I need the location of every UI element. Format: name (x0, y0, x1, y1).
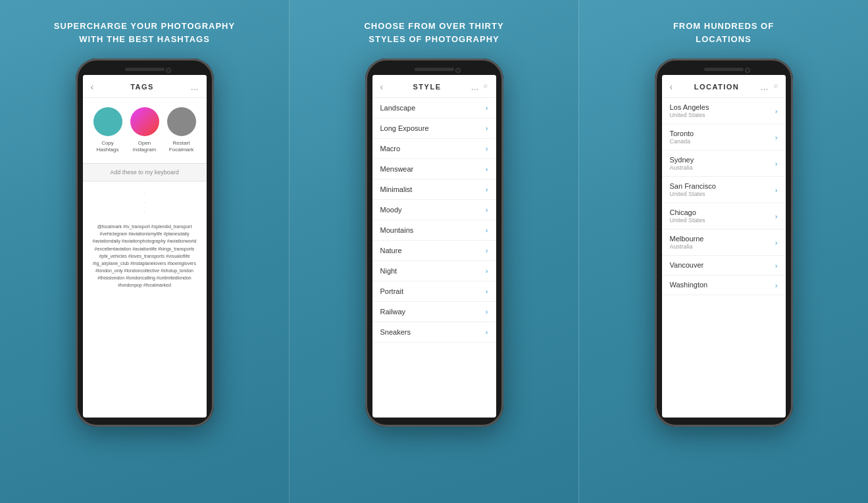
style-item-text: Portrait (380, 287, 403, 295)
phone-frame-tags: ‹ TAGS ... Copy Hashtags Open Instagram (76, 59, 214, 427)
chevron-icon: › (486, 247, 488, 254)
chevron-icon: › (775, 212, 778, 220)
copy-label: Copy Hashtags (97, 140, 119, 154)
search-icon-style[interactable]: ⌕ (484, 82, 488, 92)
location-list: Los Angeles United States › Toronto Cana… (662, 98, 786, 418)
phone-location: ‹ LOCATION ... ⌕ Los Angeles United Stat… (651, 59, 796, 490)
list-item[interactable]: Mountains › (372, 220, 496, 241)
phone-frame-style: ‹ STYLE ... ⌕ Landscape › Long Exposure (365, 59, 503, 427)
panel-tags: SUPERCHARGE YOUR PHOTOGRAPHY WITH THE BE… (0, 0, 289, 503)
chevron-icon: › (775, 281, 778, 289)
panel-location-title: FROM HUNDREDS OF LOCATIONS (673, 20, 774, 45)
loc-city: Melbourne (670, 235, 704, 243)
style-item-text: Menswear (380, 165, 414, 173)
instagram-label: Open Instagram (133, 140, 157, 154)
location-item[interactable]: Melbourne Australia › (662, 229, 786, 256)
location-item[interactable]: Washington › (662, 275, 786, 295)
location-item[interactable]: Chicago United States › (662, 203, 786, 229)
instagram-circle (130, 107, 159, 136)
chevron-icon: › (486, 145, 488, 153)
phone-style: ‹ STYLE ... ⌕ Landscape › Long Exposure (362, 59, 507, 490)
list-item[interactable]: Landscape › (372, 98, 496, 118)
phone-camera (166, 68, 171, 73)
chevron-icon: › (486, 328, 488, 336)
list-item[interactable]: Railway › (372, 302, 496, 322)
list-item[interactable]: Portrait › (372, 281, 496, 302)
chevron-icon: › (775, 186, 778, 194)
list-item[interactable]: Moody › (372, 200, 496, 220)
keyboard-bar[interactable]: Add these to my keyboard (83, 163, 207, 181)
style-item-text: Long Exposure (380, 124, 429, 132)
loc-item-left: Melbourne Australia (670, 235, 704, 250)
list-item[interactable]: Long Exposure › (372, 118, 496, 139)
phone-speaker-3 (704, 68, 744, 71)
copy-hashtags-action[interactable]: Copy Hashtags (93, 107, 122, 154)
style-item-text: Night (380, 267, 397, 275)
loc-item-left: Vancouver (670, 261, 704, 270)
search-icon-location[interactable]: ⌕ (774, 82, 778, 92)
chevron-icon: › (486, 287, 488, 295)
location-item[interactable]: Vancouver › (662, 256, 786, 275)
chevron-icon: › (486, 165, 488, 173)
screen-title-location: LOCATION (694, 83, 740, 91)
loc-country: Australia (670, 243, 704, 250)
more-icon-tags[interactable]: ... (191, 82, 199, 92)
location-item[interactable]: Los Angeles United States › (662, 98, 786, 124)
phone-speaker-2 (415, 68, 454, 71)
chevron-icon: › (486, 226, 488, 234)
list-item[interactable]: Nature › (372, 241, 496, 261)
loc-city: Toronto (670, 130, 694, 137)
restart-label: Restart Focalmark (169, 140, 193, 154)
loc-item-left: Sydney Australia (670, 156, 694, 171)
more-icon-style[interactable]: ... (471, 82, 479, 92)
list-item[interactable]: Minimalist › (372, 180, 496, 200)
open-instagram-action[interactable]: Open Instagram (130, 107, 159, 154)
restart-circle (167, 107, 196, 136)
phone-frame-location: ‹ LOCATION ... ⌕ Los Angeles United Stat… (655, 59, 793, 427)
screen-style: ‹ STYLE ... ⌕ Landscape › Long Exposure (372, 75, 496, 418)
header-icons-style: ... ⌕ (471, 82, 488, 92)
keyboard-bar-text: Add these to my keyboard (110, 169, 179, 176)
loc-country: Canada (670, 138, 694, 145)
tags-dots: ... (83, 184, 207, 220)
location-item[interactable]: San Francisco United States › (662, 177, 786, 203)
loc-city: Washington (670, 281, 708, 289)
tags-actions: Copy Hashtags Open Instagram Restart Foc… (83, 98, 207, 160)
restart-action[interactable]: Restart Focalmark (167, 107, 196, 154)
back-icon-style[interactable]: ‹ (380, 82, 384, 92)
chevron-icon: › (486, 124, 488, 132)
list-item[interactable]: Night › (372, 261, 496, 281)
style-list: Landscape › Long Exposure › Macro › Mens… (372, 98, 496, 418)
more-icon-location[interactable]: ... (761, 82, 769, 92)
style-item-text: Railway (380, 308, 406, 316)
phone-speaker (125, 68, 165, 71)
list-item[interactable]: Sneakers › (372, 322, 496, 343)
loc-country: Australia (670, 164, 694, 171)
loc-city: Sydney (670, 156, 694, 164)
back-icon-location[interactable]: ‹ (670, 82, 673, 92)
list-item[interactable]: Menswear › (372, 159, 496, 180)
back-icon[interactable]: ‹ (91, 82, 94, 92)
chevron-icon: › (775, 239, 778, 247)
chevron-icon: › (486, 206, 488, 214)
screen-tags: ‹ TAGS ... Copy Hashtags Open Instagram (83, 75, 207, 418)
hashtags-content: @focalmark #tv_transport #splendid_trans… (83, 220, 207, 292)
chevron-icon: › (486, 308, 488, 316)
style-item-text: Landscape (380, 104, 416, 112)
location-item[interactable]: Sydney Australia › (662, 151, 786, 177)
loc-item-left: Chicago United States (670, 208, 705, 224)
list-item[interactable]: Macro › (372, 139, 496, 159)
screen-header-location: ‹ LOCATION ... ⌕ (662, 75, 786, 98)
screen-title-style: STYLE (413, 83, 442, 91)
copy-circle (93, 107, 122, 136)
screen-header-tags: ‹ TAGS ... (83, 75, 207, 98)
loc-item-left: Los Angeles United States (670, 103, 709, 118)
loc-country: United States (670, 217, 705, 224)
panel-style: CHOOSE FROM OVER THIRTY STYLES OF PHOTOG… (289, 0, 579, 503)
location-item[interactable]: Toronto Canada › (662, 124, 786, 151)
chevron-icon: › (775, 160, 778, 168)
loc-item-left: Washington (670, 281, 708, 289)
chevron-icon: › (775, 107, 778, 115)
loc-country: United States (670, 191, 716, 197)
loc-city: Chicago (670, 208, 705, 216)
